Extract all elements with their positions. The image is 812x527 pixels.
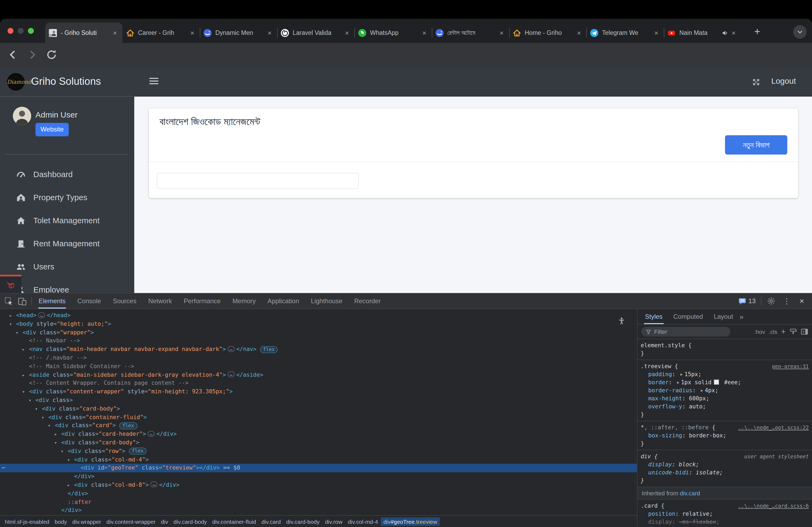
window-close-button[interactable] [8,28,13,34]
expand-ellipsis-button[interactable]: … [148,431,155,437]
sidebar-toggle-button[interactable] [149,78,158,85]
dom-tree-row[interactable]: ▾<div class="card-body"> [0,405,637,413]
class-toggle[interactable]: .cls [769,328,777,335]
geo-tree-container[interactable] [157,173,359,189]
tab-close-icon[interactable]: × [498,29,505,37]
reload-button[interactable] [46,49,57,61]
arrow-expanded-icon[interactable]: ▾ [61,448,68,456]
dom-tree-row[interactable]: ▾<div class="card">flex [0,422,637,430]
row-menu-dots-icon[interactable]: ⋯ [2,464,4,472]
devtools-close-icon[interactable]: × [798,297,806,305]
devtools-tab-memory[interactable]: Memory [227,293,262,308]
arrow-expanded-icon[interactable]: ▾ [22,388,29,396]
breadcrumb-item[interactable]: div.card-body [284,517,322,526]
dom-tree-row[interactable]: ⋯<div id="geoTree" class="treeview"></di… [0,464,637,472]
browser-tab[interactable]: Laravel Valida× [277,22,354,43]
dom-tree-row[interactable]: <!-- Content Wrapper. Contains page cont… [0,379,637,388]
arrow-expanded-icon[interactable]: ▾ [54,439,61,448]
arrow-collapsed-icon[interactable]: ▸ [22,371,29,380]
dom-tree-row[interactable]: ▾<body style="height: auto;"> [0,320,637,328]
laravel-debugbar-badge[interactable] [0,275,21,293]
breadcrumb-item-selected[interactable]: div#geoTree.treeview [381,517,440,526]
devtools-tab-application[interactable]: Application [262,293,305,308]
css-property[interactable]: box-sizing: border-box; [641,432,809,439]
breadcrumb-item[interactable]: html.sf-js-enabled [2,517,52,526]
css-property[interactable]: display: flex; [641,526,809,527]
browser-tab[interactable]: Home - Griho× [509,22,586,43]
new-style-rule-button[interactable]: + [781,328,786,335]
devtools-tab-network[interactable]: Network [142,293,178,308]
tab-close-icon[interactable]: × [730,29,737,37]
rule-source-link[interactable]: ..\..\node_…oot.scss:22 [738,423,809,432]
arrow-expanded-icon[interactable]: ▾ [9,320,16,329]
breadcrumb-item[interactable]: div.row [322,517,345,526]
flex-badge[interactable]: flex [260,346,278,353]
website-button[interactable]: Website [35,123,69,136]
dom-tree-row[interactable]: ▾<div class="col-md-4"> [0,455,637,464]
fullscreen-icon[interactable] [752,78,760,86]
arrow-expanded-icon[interactable]: ▾ [16,329,23,337]
forward-button[interactable] [26,49,38,61]
sidebar-item-rent-management[interactable]: Rent Management [0,232,134,255]
tab-close-icon[interactable]: × [266,29,273,37]
dom-tree-row[interactable]: ▸<nav class="main-header navbar navbar-e… [0,345,637,353]
dom-tree-row[interactable]: ::after [0,498,637,506]
hover-state-toggle[interactable]: :hov [754,328,765,335]
breadcrumb-item[interactable]: div.col-md-4 [345,517,381,526]
expand-ellipsis-button[interactable]: … [150,482,157,487]
console-messages-button[interactable]: 13 [738,297,756,305]
breadcrumb-item[interactable]: div.content-wrapper [104,517,158,526]
user-name[interactable]: Admin User [35,110,77,119]
breadcrumb-item[interactable]: div.container-fluid [210,517,259,526]
arrow-collapsed-icon[interactable]: ▸ [67,481,74,490]
browser-tab[interactable]: Dynamic Men× [200,22,277,43]
window-maximize-button[interactable] [28,28,34,34]
devtools-menu-icon[interactable]: ⋮ [782,297,791,305]
devtools-tab-recorder[interactable]: Recorder [348,293,387,308]
dom-tree-row[interactable]: <!-- Navbar --> [0,337,637,345]
expand-ellipsis-button[interactable]: … [38,312,45,318]
brand-header[interactable]: Diamond Griho Solutions [0,67,134,96]
devtools-tab-console[interactable]: Console [71,293,107,308]
css-property[interactable]: max-height: 600px; [641,394,809,403]
tab-search-button[interactable] [793,25,807,39]
expand-ellipsis-button[interactable]: … [228,371,234,377]
css-property[interactable]: overflow-y: auto; [641,403,809,410]
dom-tree-row[interactable]: </div> [0,489,637,498]
dom-tree-row[interactable]: ▾<div class="wrapper"> [0,328,637,337]
flex-badge[interactable]: flex [129,448,147,455]
dom-tree-row[interactable]: <!-- Main Sidebar Container --> [0,362,637,371]
inherited-node-link[interactable]: div.card [680,490,700,496]
accessibility-person-icon[interactable] [618,317,626,325]
dom-tree-row[interactable]: ▸<aside class="main-sidebar sidebar-dark… [0,371,637,379]
css-property[interactable]: border: ▶1px solid #eee; [641,378,809,387]
devtools-tab-performance[interactable]: Performance [178,293,226,308]
new-tab-button[interactable]: + [751,25,764,38]
arrow-expanded-icon[interactable]: ▾ [28,396,35,405]
sidebar-tab-layout[interactable]: Layout [708,309,738,324]
expand-ellipsis-button[interactable]: … [228,346,234,352]
dom-tree-row[interactable]: ▾<div class> [0,396,637,405]
breadcrumb-item[interactable]: div.wrapper [70,517,104,526]
tab-close-icon[interactable]: × [653,29,660,37]
breadcrumb-item[interactable]: body [52,517,70,526]
rule-source-link[interactable]: ..\..\node_…card.scss:6 [738,502,809,510]
arrow-collapsed-icon[interactable]: ▸ [9,312,16,320]
arrow-expanded-icon[interactable]: ▾ [35,405,42,414]
css-property[interactable]: position: relative; [641,510,809,518]
dom-tree-row[interactable]: ▸<head>…</head> [0,311,637,320]
dom-tree-row[interactable]: ▸<div class="card-header">…</div> [0,430,637,438]
more-tabs-icon[interactable]: » [740,313,743,321]
arrow-expanded-icon[interactable]: ▾ [41,413,48,422]
dom-tree-row[interactable]: </div> [0,506,637,515]
sidebar-item-tolet-management[interactable]: Tolet Management [0,209,134,232]
sidebar-tab-styles[interactable]: Styles [640,309,668,324]
sidebar-item-dashboard[interactable]: Dashboard [0,163,134,186]
dom-tree-row[interactable]: ▾<div class="content-wrapper" style="min… [0,388,637,396]
tab-close-icon[interactable]: × [420,29,428,37]
breadcrumb-item[interactable]: div.card-body [171,517,210,526]
browser-tab[interactable]: - Griho Soluti× [45,22,122,43]
sidebar-tab-computed[interactable]: Computed [668,309,708,324]
devtools-tab-sources[interactable]: Sources [107,293,142,308]
css-property[interactable]: unicode-bidi: isolate; [641,468,809,477]
